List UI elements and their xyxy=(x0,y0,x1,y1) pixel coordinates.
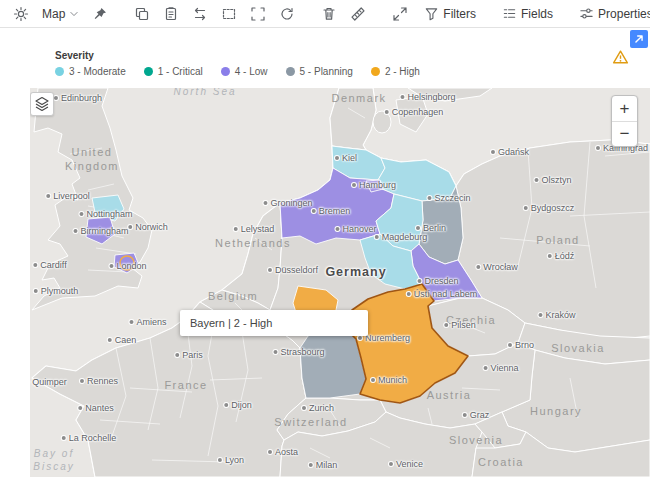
fields-button[interactable]: Fields xyxy=(497,2,558,25)
pin-button[interactable] xyxy=(87,2,113,26)
legend-label: 1 - Critical xyxy=(158,66,203,77)
duplicate-button[interactable] xyxy=(129,2,155,26)
maximize-icon xyxy=(392,6,408,22)
reset-icon xyxy=(279,6,295,22)
fit-selection-button[interactable] xyxy=(245,2,271,26)
warning-triangle-icon xyxy=(612,49,629,65)
copy-button[interactable] xyxy=(158,2,184,26)
settings-button[interactable] xyxy=(8,2,34,26)
swap-icon xyxy=(192,6,208,22)
legend-item[interactable]: 2 - High xyxy=(371,66,420,77)
layers-icon xyxy=(34,96,50,112)
country-shape-denmark xyxy=(330,88,376,150)
gear-icon xyxy=(13,6,29,22)
map-tooltip: Bayern | 2 - High xyxy=(180,310,368,336)
island-zealand xyxy=(396,96,428,132)
properties-button[interactable]: Properties xyxy=(574,2,650,25)
filter-funnel-icon xyxy=(424,6,439,21)
map-svg xyxy=(30,88,650,477)
legend-items: 3 - Moderate1 - Critical4 - Low5 - Plann… xyxy=(55,66,420,77)
ruler-icon xyxy=(350,6,366,22)
fields-label: Fields xyxy=(521,7,553,21)
filters-button[interactable]: Filters xyxy=(419,2,481,25)
legend-label: 5 - Planning xyxy=(300,66,353,77)
measure-button[interactable] xyxy=(345,2,371,26)
properties-label: Properties xyxy=(598,7,650,21)
delete-button[interactable] xyxy=(316,2,342,26)
legend-item[interactable]: 5 - Planning xyxy=(286,66,353,77)
crop-corners-icon xyxy=(250,6,266,22)
trash-icon xyxy=(321,6,337,22)
zoom-in-button[interactable]: + xyxy=(612,96,637,121)
swap-button[interactable] xyxy=(187,2,213,26)
copy-icon xyxy=(163,6,179,22)
fields-list-icon xyxy=(502,6,517,21)
pin-icon xyxy=(92,6,108,22)
legend-title: Severity xyxy=(55,50,94,61)
duplicate-icon xyxy=(134,6,150,22)
zoom-control: + − xyxy=(611,95,638,147)
lasso-select-button[interactable] xyxy=(216,2,242,26)
visualization-type-label: Map xyxy=(42,7,65,21)
map-canvas[interactable]: North SeaBay of BiscayUnited KingdomDenm… xyxy=(30,88,650,477)
legend-item[interactable]: 1 - Critical xyxy=(144,66,203,77)
zoom-out-button[interactable]: − xyxy=(612,121,637,146)
legend-label: 4 - Low xyxy=(235,66,268,77)
basemap-layers-button[interactable] xyxy=(30,92,54,116)
legend-swatch-icon xyxy=(221,67,230,76)
warning-indicator[interactable] xyxy=(612,49,629,69)
legend-item[interactable]: 4 - Low xyxy=(221,66,268,77)
maximize-button[interactable] xyxy=(387,2,413,26)
widget-toolbar: Map Filters Fields Pro xyxy=(0,0,650,28)
legend-label: 3 - Moderate xyxy=(69,66,126,77)
properties-sliders-icon xyxy=(579,6,594,21)
legend-label: 2 - High xyxy=(385,66,420,77)
filters-label: Filters xyxy=(443,7,476,21)
reset-button[interactable] xyxy=(274,2,300,26)
legend-swatch-icon xyxy=(286,67,295,76)
legend-swatch-icon xyxy=(55,67,64,76)
lasso-icon xyxy=(221,6,237,22)
legend-item[interactable]: 3 - Moderate xyxy=(55,66,126,77)
island-fyn xyxy=(373,111,391,133)
legend-swatch-icon xyxy=(371,67,380,76)
arrow-up-right-icon xyxy=(632,32,646,46)
visualization-type-button[interactable]: Map xyxy=(37,3,84,25)
widget-expand-handle[interactable] xyxy=(630,30,648,48)
chevron-down-icon xyxy=(69,9,79,19)
legend-swatch-icon xyxy=(144,67,153,76)
